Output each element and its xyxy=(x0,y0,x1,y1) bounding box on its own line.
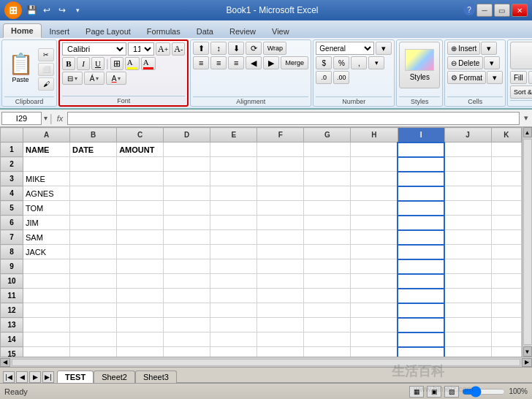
align-center-button[interactable]: ≡ xyxy=(210,56,227,69)
cell-h9[interactable] xyxy=(351,259,398,274)
cell-b15[interactable] xyxy=(70,347,117,357)
col-header-f[interactable]: F xyxy=(257,128,304,142)
cell-k4[interactable] xyxy=(491,186,521,201)
cell-j9[interactable] xyxy=(444,259,491,274)
cell-a6[interactable]: JIM xyxy=(23,216,70,230)
redo-quick-btn[interactable]: ↪ xyxy=(56,4,69,17)
cell-j11[interactable] xyxy=(444,289,491,303)
cell-k12[interactable] xyxy=(491,303,521,318)
cell-b10[interactable] xyxy=(70,274,117,289)
cell-h13[interactable] xyxy=(351,318,398,332)
cell-b1[interactable]: DATE xyxy=(70,142,117,157)
decrease-indent-button[interactable]: ◀ xyxy=(246,56,262,69)
cell-a1[interactable]: NAME xyxy=(23,142,70,157)
cell-e9[interactable] xyxy=(210,259,257,274)
cell-i5[interactable] xyxy=(398,201,444,216)
cell-f2[interactable] xyxy=(257,157,304,172)
delete-button[interactable]: ⊖ Delete xyxy=(447,56,483,69)
cell-e10[interactable] xyxy=(210,274,257,289)
office-logo[interactable]: ⊞ xyxy=(4,1,22,19)
cell-d10[interactable] xyxy=(164,274,210,289)
cell-d7[interactable] xyxy=(164,230,210,245)
row-header-3[interactable]: 3 xyxy=(1,172,23,186)
cell-h2[interactable] xyxy=(351,157,398,172)
cell-e4[interactable] xyxy=(210,186,257,201)
cell-a3[interactable]: MIKE xyxy=(23,172,70,186)
cell-f5[interactable] xyxy=(257,201,304,216)
cell-j2[interactable] xyxy=(444,157,491,172)
cell-d12[interactable] xyxy=(164,303,210,318)
cell-j10[interactable] xyxy=(444,274,491,289)
cell-j1[interactable] xyxy=(444,142,491,157)
cell-b13[interactable] xyxy=(70,318,117,332)
cell-h10[interactable] xyxy=(351,274,398,289)
cell-i9[interactable] xyxy=(398,259,444,274)
col-header-j[interactable]: J xyxy=(444,128,491,142)
tab-formulas[interactable]: Formulas xyxy=(139,24,189,38)
cell-g6[interactable] xyxy=(304,216,351,230)
cell-j15[interactable] xyxy=(444,347,491,357)
merge-center-button[interactable]: Merge xyxy=(281,56,308,69)
cell-reference-input[interactable] xyxy=(1,112,42,125)
italic-button[interactable]: I xyxy=(77,57,90,70)
cell-a4[interactable]: AGNES xyxy=(23,186,70,201)
col-header-i[interactable]: I xyxy=(398,128,444,142)
cell-j12[interactable] xyxy=(444,303,491,318)
cell-c15[interactable] xyxy=(117,347,164,357)
col-header-c[interactable]: C xyxy=(117,128,164,142)
font-color-button[interactable]: A xyxy=(141,57,156,70)
cell-i6[interactable] xyxy=(398,216,444,230)
cell-c13[interactable] xyxy=(117,318,164,332)
cell-a10[interactable] xyxy=(23,274,70,289)
cell-d3[interactable] xyxy=(164,172,210,186)
number-format-select[interactable]: General Number Currency Percentage xyxy=(316,42,374,55)
borders-dropdown[interactable]: ⊟ ▾ xyxy=(62,72,83,85)
cell-f11[interactable] xyxy=(257,289,304,303)
cell-k11[interactable] xyxy=(491,289,521,303)
more-quick-btn[interactable]: ▾ xyxy=(71,4,84,17)
cell-d9[interactable] xyxy=(164,259,210,274)
cell-d13[interactable] xyxy=(164,318,210,332)
row-header-13[interactable]: 13 xyxy=(1,318,23,332)
row-header-15[interactable]: 15 xyxy=(1,347,23,357)
font-color-dropdown[interactable]: A ▾ xyxy=(106,72,126,85)
cell-d11[interactable] xyxy=(164,289,210,303)
restore-button[interactable]: ▭ xyxy=(494,4,510,17)
text-direction-button[interactable]: ⟳ xyxy=(246,42,262,55)
cell-e14[interactable] xyxy=(210,332,257,347)
highlight-color-dropdown[interactable]: Á ▾ xyxy=(84,72,104,85)
cell-j4[interactable] xyxy=(444,186,491,201)
cell-i12[interactable] xyxy=(398,303,444,318)
cell-c14[interactable] xyxy=(117,332,164,347)
cell-j8[interactable] xyxy=(444,245,491,259)
cell-k6[interactable] xyxy=(491,216,521,230)
cell-a5[interactable]: TOM xyxy=(23,201,70,216)
cell-c12[interactable] xyxy=(117,303,164,318)
vertical-scrollbar[interactable]: ▲ ▼ xyxy=(522,127,532,357)
minimize-button[interactable]: ─ xyxy=(476,4,493,17)
styles-button[interactable]: Styles xyxy=(399,42,440,88)
cell-h14[interactable] xyxy=(351,332,398,347)
copy-button[interactable]: ⬜ xyxy=(38,63,54,76)
cell-e12[interactable] xyxy=(210,303,257,318)
fill-color-button[interactable]: A xyxy=(125,57,140,70)
help-button[interactable]: ? xyxy=(463,4,475,15)
format-painter-button[interactable]: 🖌 xyxy=(38,77,54,91)
cell-d1[interactable] xyxy=(164,142,210,157)
tab-view[interactable]: View xyxy=(264,24,297,38)
sheet-tab-sheet2[interactable]: Sheet2 xyxy=(94,370,135,383)
cell-i1[interactable] xyxy=(398,142,444,157)
cell-d14[interactable] xyxy=(164,332,210,347)
cell-f7[interactable] xyxy=(257,230,304,245)
page-break-view-button[interactable]: ▨ xyxy=(444,386,459,398)
cell-g2[interactable] xyxy=(304,157,351,172)
cell-b4[interactable] xyxy=(70,186,117,201)
cell-j6[interactable] xyxy=(444,216,491,230)
cell-b8[interactable] xyxy=(70,245,117,259)
undo-quick-btn[interactable]: ↩ xyxy=(40,4,53,17)
cell-g15[interactable] xyxy=(304,347,351,357)
cell-f13[interactable] xyxy=(257,318,304,332)
autosum-button[interactable]: Σ xyxy=(510,42,532,69)
cell-h11[interactable] xyxy=(351,289,398,303)
cell-k5[interactable] xyxy=(491,201,521,216)
